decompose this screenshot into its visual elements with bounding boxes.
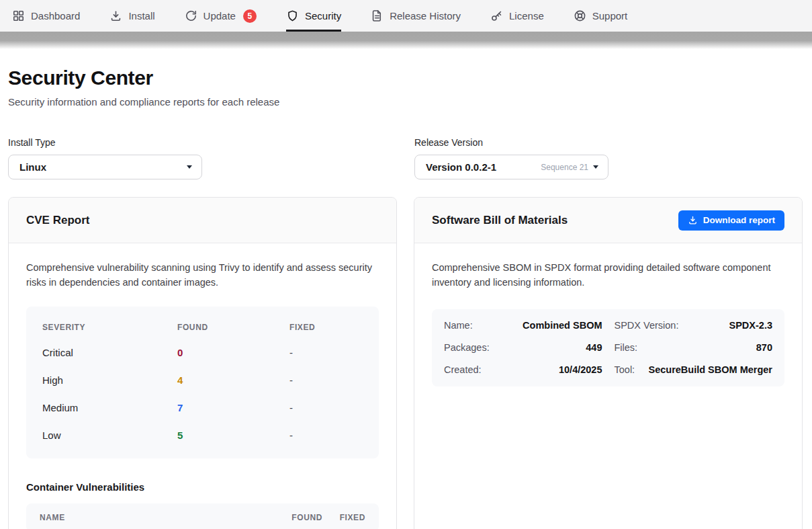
release-version-label: Release Version xyxy=(414,137,803,148)
severity-label: Low xyxy=(42,430,177,441)
nav-item-support[interactable]: Support xyxy=(574,0,628,32)
field-value: SecureBuild SBOM Merger xyxy=(648,364,772,375)
install-type-label: Install Type xyxy=(8,137,398,148)
container-vulnerabilities-table-header: NAME FOUND FIXED xyxy=(26,503,379,529)
nav-label: Support xyxy=(592,10,628,22)
nav-label: License xyxy=(509,10,544,22)
table-row: Medium 7 - xyxy=(42,394,363,421)
sbom-description: Comprehensive SBOM in SPDX format provid… xyxy=(432,261,784,290)
download-report-button[interactable]: Download report xyxy=(678,210,784,231)
field-value: 10/4/2025 xyxy=(559,364,602,375)
release-version-filter: Release Version Version 0.0.2-1 Sequence… xyxy=(414,137,803,179)
severity-label: Medium xyxy=(42,402,177,413)
page-subtitle: Security information and compliance repo… xyxy=(8,96,803,108)
field-value: 870 xyxy=(756,342,772,353)
sbom-card-body: Comprehensive SBOM in SPDX format provid… xyxy=(414,243,802,404)
download-icon xyxy=(688,215,698,225)
sbom-field-name: Name: Combined SBOM xyxy=(444,315,602,337)
fixed-value: - xyxy=(289,402,363,413)
release-version-value: Version 0.0.2-1 xyxy=(426,161,496,173)
sbom-field-files: Files: 870 xyxy=(615,337,773,359)
found-value: 7 xyxy=(177,402,289,413)
fixed-col-header: FIXED xyxy=(289,323,363,332)
nav-item-dashboard[interactable]: Dashboard xyxy=(12,0,80,32)
nav-label: Security xyxy=(305,10,341,22)
field-label: Files: xyxy=(615,342,638,353)
sbom-card-title: Software Bill of Materials xyxy=(432,214,568,227)
sbom-card: Software Bill of Materials Download repo… xyxy=(414,197,803,529)
cve-card-title: CVE Report xyxy=(26,214,89,227)
fixed-value: - xyxy=(289,347,363,358)
table-row: High 4 - xyxy=(42,366,363,394)
nav-item-update[interactable]: Update 5 xyxy=(185,0,257,32)
field-label: Tool: xyxy=(615,364,635,375)
severity-label: Critical xyxy=(42,347,177,358)
sequence-label: Sequence 21 xyxy=(541,163,588,172)
download-report-label: Download report xyxy=(703,215,775,225)
chevron-down-icon xyxy=(187,165,192,169)
page-title: Security Center xyxy=(8,67,803,89)
dashboard-grid-icon xyxy=(12,9,25,22)
install-type-value: Linux xyxy=(19,161,46,173)
key-icon xyxy=(490,9,503,22)
release-version-select[interactable]: Version 0.0.2-1 Sequence 21 xyxy=(414,155,608,179)
nav-item-security[interactable]: Security xyxy=(286,0,341,32)
fixed-col-header: FIXED xyxy=(322,513,365,522)
name-col-header: NAME xyxy=(40,513,261,522)
fixed-value: - xyxy=(289,374,363,386)
sbom-field-packages: Packages: 449 xyxy=(444,337,602,359)
cve-card-header: CVE Report xyxy=(9,198,396,243)
nav-label: Install xyxy=(128,10,154,22)
install-type-filter: Install Type Linux xyxy=(8,137,398,179)
report-cards: CVE Report Comprehensive vulnerability s… xyxy=(8,197,803,529)
severity-col-header: SEVERITY xyxy=(42,323,177,332)
sbom-metadata: Name: Combined SBOM SPDX Version: SPDX-2… xyxy=(432,309,784,386)
refresh-icon xyxy=(185,9,197,22)
fixed-value: - xyxy=(289,430,363,441)
found-value: 4 xyxy=(177,374,289,386)
sbom-field-spdx-version: SPDX Version: SPDX-2.3 xyxy=(615,315,773,337)
severity-label: High xyxy=(42,374,177,386)
main-content: Security Center Security information and… xyxy=(0,49,812,529)
container-vulnerabilities-title: Container Vulnerabilities xyxy=(26,481,379,493)
found-col-header: FOUND xyxy=(177,323,289,332)
cve-report-card: CVE Report Comprehensive vulnerability s… xyxy=(8,197,397,529)
security-center-page: Dashboard Install Update 5 Security xyxy=(0,0,812,529)
chevron-down-icon xyxy=(593,165,598,169)
nav-label: Release History xyxy=(390,10,461,22)
field-label: Created: xyxy=(444,364,482,375)
life-buoy-icon xyxy=(574,9,586,22)
document-icon xyxy=(371,9,384,22)
sbom-field-created: Created: 10/4/2025 xyxy=(444,359,602,381)
nav-label: Dashboard xyxy=(31,10,80,22)
cve-card-body: Comprehensive vulnerability scanning usi… xyxy=(9,243,396,529)
field-label: Packages: xyxy=(444,342,490,353)
severity-table: SEVERITY FOUND FIXED Critical 0 - High 4 xyxy=(26,307,379,458)
nav-label: Update xyxy=(204,10,236,22)
sbom-field-tool: Tool: SecureBuild SBOM Merger xyxy=(615,359,773,381)
field-label: SPDX Version: xyxy=(615,320,679,331)
found-value: 5 xyxy=(177,430,289,441)
nav-item-license[interactable]: License xyxy=(490,0,544,32)
table-row: Low 5 - xyxy=(42,421,363,449)
severity-table-header: SEVERITY FOUND FIXED xyxy=(42,315,363,339)
cve-description: Comprehensive vulnerability scanning usi… xyxy=(26,261,379,290)
found-value: 0 xyxy=(177,347,289,358)
download-icon xyxy=(109,9,122,22)
nav-item-install[interactable]: Install xyxy=(109,0,154,32)
field-value: SPDX-2.3 xyxy=(729,320,772,331)
field-label: Name: xyxy=(444,320,473,331)
table-row: Critical 0 - xyxy=(42,339,363,366)
top-navbar: Dashboard Install Update 5 Security xyxy=(0,0,812,32)
filters-row: Install Type Linux Release Version Versi… xyxy=(8,137,803,179)
shield-icon xyxy=(286,9,299,22)
field-value: 449 xyxy=(586,342,602,353)
install-type-select[interactable]: Linux xyxy=(8,155,202,179)
nav-item-release-history[interactable]: Release History xyxy=(371,0,461,32)
field-value: Combined SBOM xyxy=(523,320,602,331)
update-count-badge: 5 xyxy=(243,9,257,23)
nav-separator-shadow xyxy=(0,32,812,49)
found-col-header: FOUND xyxy=(261,513,322,522)
sbom-card-header: Software Bill of Materials Download repo… xyxy=(414,198,802,243)
